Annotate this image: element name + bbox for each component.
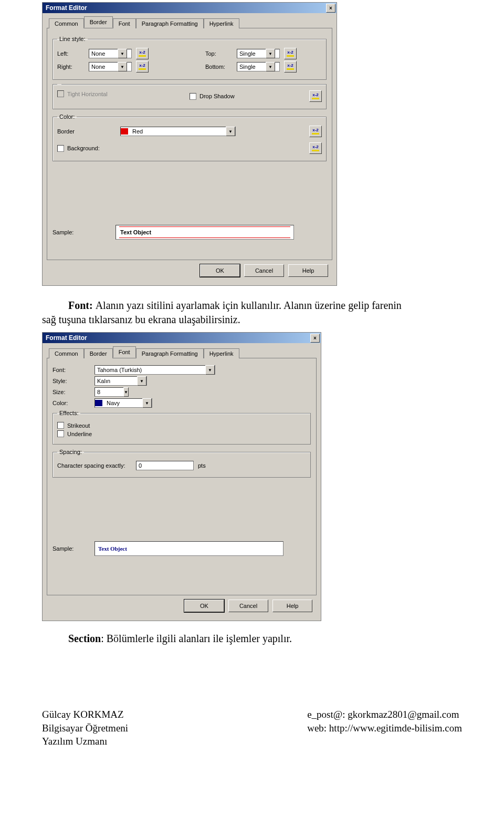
titlebar[interactable]: Format Editor ×	[43, 3, 337, 13]
footer-name: Gülcay KORKMAZ	[42, 708, 128, 721]
tab-font[interactable]: Font	[113, 346, 136, 358]
formula-button[interactable]: x-2	[309, 142, 322, 154]
ok-button[interactable]: OK	[200, 264, 240, 277]
top-label: Top:	[205, 50, 237, 57]
footer-web: http://www.egitimde-bilisim.com	[329, 723, 462, 734]
tab-common[interactable]: Common	[49, 348, 84, 358]
chevron-down-icon[interactable]: ▼	[226, 127, 235, 136]
bottom-label: Bottom:	[205, 64, 237, 70]
drop-shadow-label: Drop Shadow	[200, 93, 235, 99]
chevron-down-icon[interactable]: ▼	[118, 49, 127, 58]
footer-email: gkorkmaz2801@gmail.com	[348, 709, 459, 720]
footer-title: Yazılım Uzmanı	[42, 735, 128, 748]
chevron-down-icon[interactable]: ▼	[266, 62, 275, 71]
border-color-combo[interactable]: Red ▼	[120, 127, 236, 136]
help-button[interactable]: Help	[272, 600, 312, 612]
color-group: Color: Border Red ▼ x-2 Background:	[52, 113, 327, 161]
tab-hyperlink[interactable]: Hyperlink	[204, 348, 239, 358]
underline-label: Underline	[67, 431, 92, 437]
spacing-group: Spacing: Character spacing exactly: 0 pt…	[52, 449, 311, 478]
button-row: OK Cancel Help	[47, 595, 317, 616]
footer-web-label: web:	[307, 723, 329, 734]
left-label: Left:	[57, 50, 89, 57]
font-color-label: Color:	[52, 400, 94, 406]
tab-paragraph[interactable]: Paragraph Formatting	[136, 348, 204, 358]
spacing-input[interactable]: 0	[136, 461, 194, 470]
footer-email-label: e_post@:	[307, 709, 348, 720]
color-swatch	[95, 400, 102, 406]
doc-paragraph-2: Section: Bölümlerle ilgili alanları ile …	[68, 633, 462, 645]
button-row: OK Cancel Help	[47, 260, 332, 281]
tab-hyperlink[interactable]: Hyperlink	[204, 18, 239, 28]
tight-horizontal-label: Tight Horizontal	[67, 91, 108, 97]
linestyle-group: Line style: Left: None ▼ x-2	[52, 36, 327, 80]
color-swatch	[121, 128, 128, 135]
background-checkbox[interactable]	[57, 145, 64, 152]
chevron-down-icon[interactable]: ▼	[142, 398, 152, 408]
titlebar[interactable]: Format Editor ×	[43, 333, 321, 343]
doc-paragraph-1: Font: Alanın yazı sitilini ayarlamak içi…	[42, 298, 462, 327]
chevron-down-icon[interactable]: ▼	[123, 387, 129, 397]
tabstrip: Common Border Font Paragraph Formatting …	[47, 346, 317, 358]
spacing-legend: Spacing:	[57, 449, 84, 455]
underline-checkbox[interactable]	[57, 430, 64, 437]
formula-button[interactable]: x-2	[136, 48, 149, 59]
chevron-down-icon[interactable]: ▼	[118, 62, 127, 71]
strikeout-checkbox[interactable]	[57, 422, 64, 429]
cancel-button[interactable]: Cancel	[228, 600, 268, 612]
shadow-group: Tight Horizontal Drop Shadow x-2	[52, 84, 327, 109]
drop-shadow-checkbox[interactable]	[190, 93, 196, 100]
tab-font[interactable]: Font	[113, 18, 136, 28]
format-editor-font-dialog: Format Editor × Common Border Font Parag…	[42, 332, 321, 621]
formula-button[interactable]: x-2	[136, 61, 149, 73]
spacing-label: Character spacing exactly:	[57, 462, 136, 469]
right-combo[interactable]: None ▼	[89, 62, 132, 71]
sample-text: Text Object	[120, 229, 151, 235]
formula-button[interactable]: x-2	[309, 90, 322, 102]
sample-text: Text Object	[98, 545, 127, 552]
strikeout-label: Strikeout	[67, 422, 90, 429]
close-icon[interactable]: ×	[326, 4, 335, 13]
footer-right: e_post@: gkorkmaz2801@gmail.com web: htt…	[307, 708, 462, 748]
formula-button[interactable]: x-2	[284, 61, 297, 73]
ok-button[interactable]: OK	[184, 600, 224, 612]
bottom-combo[interactable]: Single ▼	[237, 62, 280, 71]
formula-button[interactable]: x-2	[309, 126, 322, 137]
close-icon[interactable]: ×	[310, 334, 320, 343]
cancel-button[interactable]: Cancel	[244, 264, 284, 277]
size-combo[interactable]: 8 ▼	[94, 387, 124, 397]
help-button[interactable]: Help	[288, 264, 328, 277]
tab-common[interactable]: Common	[49, 18, 84, 28]
window-title: Format Editor	[46, 334, 87, 342]
top-combo[interactable]: Single ▼	[237, 49, 280, 58]
sample-box: Text Object	[116, 225, 294, 240]
sample-label: Sample:	[52, 545, 94, 552]
format-editor-border-dialog: Format Editor × Common Border Font Parag…	[42, 2, 337, 286]
effects-group: Effects: Strikeout Underline	[52, 410, 311, 445]
formula-button[interactable]: x-2	[284, 48, 297, 59]
tabstrip: Common Border Font Paragraph Formatting …	[47, 16, 332, 28]
style-combo[interactable]: Kalın ▼	[94, 376, 147, 386]
size-label: Size:	[52, 389, 94, 395]
left-combo[interactable]: None ▼	[89, 49, 132, 58]
linestyle-legend: Line style:	[57, 36, 88, 42]
chevron-down-icon[interactable]: ▼	[205, 365, 215, 375]
sample-box: Text Object	[94, 541, 284, 556]
sample-label: Sample:	[52, 229, 116, 235]
footer-role: Bilgisayar Öğretmeni	[42, 721, 128, 735]
effects-legend: Effects:	[57, 410, 80, 416]
chevron-down-icon[interactable]: ▼	[137, 376, 146, 386]
tab-paragraph[interactable]: Paragraph Formatting	[136, 18, 204, 28]
font-combo[interactable]: Tahoma (Turkish) ▼	[94, 365, 215, 375]
font-label: Font:	[52, 367, 94, 373]
right-label: Right:	[57, 64, 89, 70]
page-footer: Gülcay KORKMAZ Bilgisayar Öğretmeni Yazı…	[42, 708, 462, 748]
font-color-combo[interactable]: Navy ▼	[94, 398, 152, 408]
chevron-down-icon[interactable]: ▼	[266, 49, 275, 58]
tab-border[interactable]: Border	[84, 16, 113, 28]
tabpanel-font: Font: Tahoma (Turkish) ▼ Style: Kalın ▼ …	[47, 358, 317, 595]
tabpanel-border: Line style: Left: None ▼ x-2	[47, 28, 332, 260]
background-label: Background:	[67, 145, 100, 151]
tab-border[interactable]: Border	[84, 348, 113, 358]
tight-horizontal-checkbox	[57, 90, 64, 97]
